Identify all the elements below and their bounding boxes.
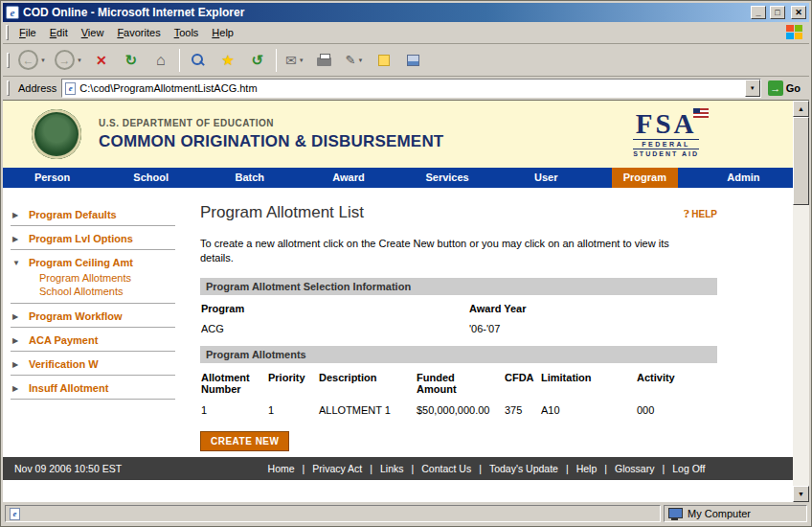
footer-link-privacy-act[interactable]: Privacy Act [312,463,362,474]
site-header: U.S. DEPARTMENT OF EDUCATION COMMON ORIG… [3,101,793,168]
addressbar-grip[interactable] [7,80,10,96]
footer-link-log-off[interactable]: Log Off [672,463,705,474]
messenger-button[interactable] [399,46,428,75]
cell-allotment-number[interactable]: 1 [201,399,268,424]
primary-nav: Person School Batch Award Services User … [3,168,793,188]
address-input[interactable] [79,80,740,96]
sidebar-subitem-school-allotments[interactable]: School Allotments [39,285,191,298]
help-icon: ? [684,206,690,221]
sidebar-item-label[interactable]: ACA Payment [29,334,98,346]
scroll-up-button[interactable]: ▲ [793,101,809,117]
sidebar-subitem-program-allotments[interactable]: Program Allotments [39,271,191,285]
nav-item-admin[interactable]: Admin [694,168,793,188]
menu-help[interactable]: Help [205,23,240,42]
chevron-right-icon: ▶ [12,360,22,369]
history-button[interactable]: ↺ [243,46,272,75]
selection-info: Program Award Year ACG '06-'07 [200,301,717,346]
web-page: U.S. DEPARTMENT OF EDUCATION COMMON ORIG… [3,101,793,502]
toolbar-grip[interactable] [7,53,10,68]
sidebar-item-program-ceiling-amt[interactable]: ▼ Program Ceiling Amt [11,253,191,271]
scrollbar-thumb[interactable] [793,117,809,205]
go-arrow-icon: → [768,80,783,96]
sidebar-item-program-lvl-options[interactable]: ▶ Program Lvl Options [11,229,191,247]
footer-link-home[interactable]: Home [268,463,295,474]
sidebar-item-label[interactable]: Program Ceiling Amt [29,257,133,268]
ie-toolbar: ← ▼ → ▼ ✕ ↻ ⌂ ★ ↺ ✉ ▼ [3,44,809,77]
mail-button[interactable]: ✉ ▼ [281,46,309,75]
fsa-flag-icon [693,108,709,118]
footer-link-glossary[interactable]: Glossary [615,463,654,474]
nav-item-batch[interactable]: Batch [200,168,299,188]
refresh-button[interactable]: ↻ [117,46,146,75]
menu-file[interactable]: File [12,23,43,42]
forward-button[interactable]: → ▼ [51,46,86,75]
sidebar-divider [11,303,175,304]
scroll-down-button[interactable]: ▼ [793,486,809,502]
status-bar: e My Computer [3,502,809,524]
nav-item-award[interactable]: Award [299,168,397,188]
footer-separator: | [411,463,414,474]
sidebar-item-insuff-allotment[interactable]: ▶ Insuff Allotment [11,378,191,397]
nav-item-services[interactable]: Services [398,168,497,188]
table-row[interactable]: 1 1 ALLOTMENT 1 $50,000,000.00 375 A10 0… [200,399,717,424]
create-new-button[interactable]: CREATE NEW [200,431,289,451]
col-allotment-number: Allotment Number [201,369,262,399]
menu-favorites[interactable]: Favorites [110,23,167,42]
address-label: Address [18,82,56,94]
window-title: COD Online - Microsoft Internet Explorer [23,6,747,19]
nav-item-program[interactable]: Program [596,168,694,188]
minimize-button[interactable]: _ [751,6,766,19]
program-value: ACG [201,323,469,334]
menu-view[interactable]: View [75,23,111,42]
menu-tools[interactable]: Tools [168,23,206,42]
sidebar-item-label[interactable]: Verification W [29,358,99,370]
main-content: Program Allotment List ? HELP To create … [200,188,717,457]
footer-link-help[interactable]: Help [576,463,598,474]
print-button[interactable] [310,46,339,75]
stop-button[interactable]: ✕ [87,46,116,75]
selection-section-header: Program Allotment Selection Information [200,278,717,295]
footer-link-links[interactable]: Links [380,463,404,474]
discuss-button[interactable] [370,46,398,75]
go-button[interactable]: → Go [766,80,806,96]
vertical-scrollbar[interactable]: ▲ ▼ [793,101,809,502]
footer-separator: | [303,463,305,474]
fsa-student-aid: STUDENT AID [633,149,699,157]
menu-edit[interactable]: Edit [43,23,75,42]
sidebar-item-program-defaults[interactable]: ▶ Program Defaults [11,205,191,223]
sidebar-item-verification-w[interactable]: ▶ Verification W [11,355,191,373]
sidebar-divider [11,249,175,250]
status-zone-label: My Computer [688,508,751,519]
chevron-right-icon: ▶ [12,312,22,321]
nav-item-user[interactable]: User [497,168,596,188]
address-field[interactable]: e ▼ [61,79,760,98]
sidebar-item-label[interactable]: Insuff Allotment [29,382,108,394]
back-button[interactable]: ← ▼ [14,46,50,75]
sidebar-item-aca-payment[interactable]: ▶ ACA Payment [11,331,191,349]
nav-item-person[interactable]: Person [3,168,102,188]
menubar-grip[interactable] [6,25,9,40]
allotments-table: Allotment Number Priority Description Fu… [200,369,717,424]
program-label: Program [201,303,469,314]
footer-link-contact-us[interactable]: Contact Us [421,463,471,474]
favorites-button[interactable]: ★ [214,46,242,75]
search-button[interactable] [184,46,213,75]
back-dropdown-icon: ▼ [40,57,46,63]
close-button[interactable]: ✕ [791,6,806,19]
col-cfda: CFDA [505,369,541,399]
home-button[interactable]: ⌂ [147,46,175,75]
sidebar-item-label[interactable]: Program Defaults [29,209,117,220]
scrollbar-track[interactable] [793,117,809,486]
sidebar-item-program-workflow[interactable]: ▶ Program Workflow [11,307,191,325]
address-bar: Address e ▼ → Go [3,77,809,101]
maximize-button[interactable]: □ [770,6,785,19]
address-dropdown-button[interactable]: ▼ [745,80,760,97]
sidebar-item-label[interactable]: Program Workflow [29,310,123,322]
footer-separator: | [370,463,372,474]
help-link[interactable]: ? HELP [684,206,717,221]
edit-button[interactable]: ✎ ▼ [340,46,369,75]
sidebar-divider [11,375,175,376]
sidebar-item-label[interactable]: Program Lvl Options [29,233,133,244]
footer-link-todays-update[interactable]: Today's Update [489,463,558,474]
nav-item-school[interactable]: School [102,168,200,188]
